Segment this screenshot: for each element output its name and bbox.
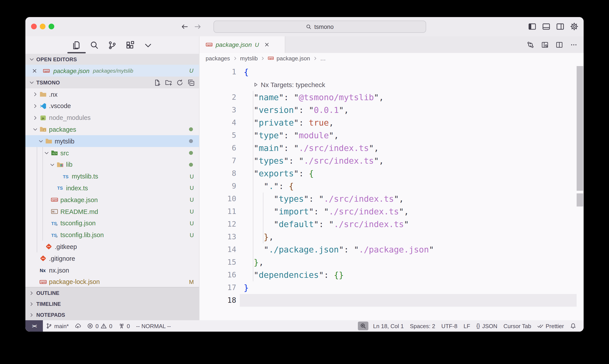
svg-text:M↓: M↓ [52,210,56,213]
statusbar-cursor-tab[interactable]: Cursor Tab [501,320,534,332]
activity-search[interactable] [90,40,99,50]
breadcrumb-item[interactable]: … [320,55,326,62]
tree-item-.vscode[interactable]: .vscode [25,100,199,112]
statusbar-language-mode[interactable]: {}JSON [473,320,500,332]
statusbar-cursor-position[interactable]: Ln 18, Col 1 [370,320,407,332]
statusbar-notifications[interactable] [567,320,579,332]
activity-explorer[interactable] [72,40,81,50]
tree-item-packages[interactable]: packages [25,124,199,135]
maximize-button[interactable] [49,24,54,29]
git-status-badge: U [190,196,194,203]
tree-item-.gitignore[interactable]: .gitignore [25,252,199,264]
open-changes-button[interactable] [527,41,534,48]
nx-icon: Nx [39,266,47,274]
tab-package-json[interactable]: npmpackage.jsonU [199,36,285,53]
breadcrumb-item[interactable]: package.json [276,55,310,62]
open-preview-icon [541,41,549,48]
open-preview-button[interactable] [541,41,549,48]
explorer-section-header[interactable]: TSMONO [25,77,199,88]
statusbar-zoom-indicator[interactable] [358,322,368,330]
activity-extensions[interactable] [126,40,135,50]
chevron-down-icon [143,40,153,50]
error-circle-icon [87,323,93,329]
tree-item-index.ts[interactable]: TSindex.tsU [25,182,199,194]
collapse-folders-button[interactable] [188,79,195,86]
statusbar-sync-changes[interactable] [72,320,84,332]
ts-icon: TS [62,173,70,180]
activity-source-control[interactable] [108,40,117,50]
more-actions-button[interactable] [570,41,578,48]
statusbar-remote-indicator[interactable]: >< [25,320,43,332]
git-status-badge: U [190,232,194,238]
tree-item-src[interactable]: </>src [25,147,199,159]
broadcast-icon [118,323,124,329]
tree-item-mytslib.ts[interactable]: TSmytslib.tsU [25,170,199,182]
close-button[interactable] [31,24,37,29]
braces-icon: {} [476,323,480,329]
tree-item-package.json[interactable]: npmpackage.jsonU [25,194,199,206]
statusbar-eol[interactable]: LF [460,320,473,332]
panel-timeline[interactable]: TIMELINE [25,298,199,309]
forward-button[interactable] [194,23,202,31]
command-center-text: tsmono [314,23,334,30]
tree-item-tsconfig.json[interactable]: TStsconfig.jsonU [25,217,199,229]
scrollbar-thumb[interactable] [577,66,583,191]
open-editor-item[interactable]: npmpackage.jsonpackages/mytslibU [25,65,199,77]
tree-item-lib[interactable]: lib [25,159,199,171]
code-line-12: 12 "default": "./src/index.ts" [199,218,584,231]
tree-item-tsconfig.lib.json[interactable]: TStsconfig.lib.jsonU [25,229,199,241]
tree-item-package-lock.json[interactable]: npmpackage-lock.jsonM [25,276,199,288]
activity-more-views[interactable] [143,40,153,50]
settings-button[interactable] [570,22,578,31]
statusbar-indentation[interactable]: Spaces: 2 [407,320,438,332]
panel-outline[interactable]: OUTLINE [25,287,199,298]
file-tree: .nx.vscodejsnode_modulespackagesmytslib<… [25,88,199,288]
panel-notepads[interactable]: NOTEPADS [25,309,199,320]
close-tab-button[interactable] [264,41,270,48]
toggle-secondary-sidebar-button[interactable] [556,22,564,31]
tree-item-.nx[interactable]: .nx [25,88,199,100]
remote-icon: >< [32,323,36,329]
tree-item-README.md[interactable]: M↓README.mdU [25,206,199,217]
codelens[interactable]: Nx Targets: typecheck [253,78,325,91]
command-center[interactable]: tsmono [213,21,426,33]
statusbar-git-branch[interactable]: main* [43,320,72,332]
tree-item-mytslib[interactable]: mytslib [25,135,199,147]
ts-icon: TS [56,184,64,192]
statusbar-formatter[interactable]: Prettier [534,320,567,332]
code-editor[interactable]: 1{Nx Targets: typecheck2 "name": "@tsmon… [199,64,584,320]
code-line-18: 18 [199,294,584,307]
tree-item-nx.json[interactable]: Nxnx.json [25,264,199,276]
ts-gear-icon: TS [51,220,58,227]
breadcrumb-item[interactable]: mytslib [240,55,258,62]
scrollbar-thumb-lower[interactable] [577,193,583,207]
statusbar-vim-mode[interactable]: -- NORMAL -- [133,320,174,332]
zoom-in-icon [360,323,366,329]
refresh-explorer-button[interactable] [176,79,183,86]
minimize-button[interactable] [40,24,46,29]
git-status-badge: U [190,173,194,180]
statusbar-forwarded-ports[interactable]: 0 [115,320,133,332]
back-button[interactable] [181,23,189,31]
git-dot-badge [189,163,193,167]
chevron-right-icon [32,91,38,97]
close-editor-button[interactable] [31,68,38,74]
code-line-11: 11 "import": "./src/index.ts", [199,205,584,218]
editor-toolbar [527,36,578,53]
tree-item-node_modules[interactable]: jsnode_modules [25,112,199,124]
statusbar-problems[interactable]: 00 [84,320,116,332]
warning-triangle-icon [101,323,107,329]
vscode-icon [39,102,47,110]
breadcrumbs[interactable]: packagesmytslibnpmpackage.json… [199,53,584,64]
open-editors-header[interactable]: OPEN EDITORS [25,54,199,65]
breadcrumb-item[interactable]: packages [206,55,230,62]
new-file-button[interactable] [154,79,161,86]
statusbar-encoding[interactable]: UTF-8 [438,320,460,332]
tree-item-.gitkeep[interactable]: .gitkeep [25,241,199,253]
new-folder-button[interactable] [165,79,172,86]
toggle-primary-sidebar-button[interactable] [528,22,536,31]
split-editor-button[interactable] [556,41,563,48]
status-bar: ><main*000-- NORMAL -- Ln 18, Col 1Space… [25,320,584,332]
folder-icon [39,91,47,98]
toggle-panel-button[interactable] [542,22,550,31]
